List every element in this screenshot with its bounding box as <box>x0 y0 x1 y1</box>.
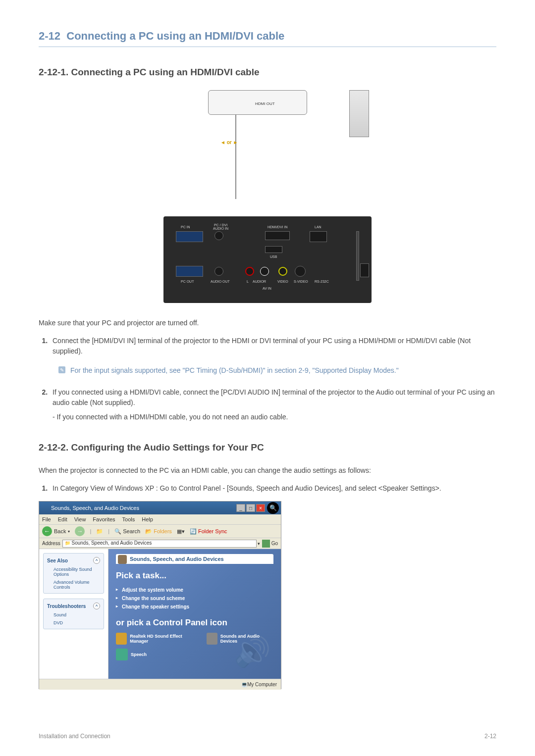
collapse-see-also[interactable]: ^ <box>93 557 100 564</box>
folders-button[interactable]: 📂 Folders <box>145 528 172 535</box>
address-input[interactable]: 📁 Sounds, Speech, and Audio Devices <box>62 540 257 548</box>
sidebar-advanced-volume[interactable]: Advanced Volume Controls <box>46 578 102 591</box>
subsection-2-header: 2-12-2. Configuring the Audio Settings f… <box>39 442 496 453</box>
task-change-speaker[interactable]: Change the speaker settings <box>116 603 273 611</box>
up-icon[interactable]: 📁 <box>96 528 103 535</box>
task-change-scheme[interactable]: Change the sound scheme <box>116 594 273 603</box>
maximize-button[interactable]: □ <box>246 504 255 512</box>
realtek-icon-img <box>116 633 127 645</box>
pc-dvi-audio-in-port <box>214 231 223 240</box>
content-area: See Also ^ Accessibility Sound Options A… <box>39 549 281 679</box>
subsection-2-number: 2-12-2. <box>39 442 68 453</box>
views-button[interactable]: ▦▾ <box>177 528 185 535</box>
note-icon: ✎ <box>58 366 65 373</box>
step-2-text: If you connected using a HDMI/DVI cable,… <box>53 388 495 406</box>
collapse-troubleshooters[interactable]: ^ <box>93 603 100 609</box>
see-also-header: See Also ^ <box>46 555 102 565</box>
subsection-1-header: 2-12-1. Connecting a PC using an HDMI/DV… <box>39 67 496 78</box>
usb-label: USB <box>270 255 277 258</box>
minimize-button[interactable]: _ <box>236 504 245 512</box>
window-controls: _ □ × <box>236 504 265 512</box>
speaker-icon <box>118 555 127 564</box>
speech-icon[interactable]: Speech <box>116 649 147 660</box>
window-titlebar: Sounds, Speech, and Audio Devices _ □ × … <box>39 502 281 514</box>
footer-right: 2-12 <box>484 733 496 740</box>
back-button[interactable]: ← Back ▾ <box>42 526 70 536</box>
audio-r-port <box>260 267 269 276</box>
or-label: ◄ or ► <box>220 140 238 145</box>
realtek-icon[interactable]: Realtek HD Sound Effect Manager <box>116 633 197 645</box>
usb-port <box>265 246 282 253</box>
statusbar: 💻 My Computer <box>39 679 281 690</box>
main-panel: Sounds, Speech, and Audio Devices Pick a… <box>108 549 281 679</box>
forward-button[interactable]: → <box>75 526 85 536</box>
video-label: VIDEO <box>277 280 288 283</box>
sidebar-troubleshooters: Troubleshooters ^ Sound DVD <box>43 599 104 629</box>
go-label: Go <box>271 541 278 546</box>
troubleshooters-header: Troubleshooters ^ <box>46 601 102 611</box>
sidebar-sound[interactable]: Sound <box>46 611 102 619</box>
subsection-1-title: Connecting a PC using an HDMI/DVI cable <box>71 67 259 77</box>
menu-edit[interactable]: Edit <box>58 516 67 522</box>
folder-sync-button[interactable]: 🔄 Folder Sync <box>190 528 227 535</box>
address-label: Address <box>42 541 60 546</box>
hdmi-dvi-in-label: HDMI/DVI IN <box>268 225 287 229</box>
hdmi-dvi-in-port <box>265 231 290 240</box>
step-2-sub: - If you connected with a HDMI/HDMI cabl… <box>53 412 496 422</box>
search-circle-icon[interactable]: 🔍 <box>267 502 279 514</box>
pick-task-title: Pick a task... <box>116 571 273 581</box>
step-1-text: Connect the [HDMI/DVI IN] terminal of th… <box>53 337 471 355</box>
sidebar-see-also: See Also ^ Accessibility Sound Options A… <box>43 553 104 594</box>
sidebar: See Also ^ Accessibility Sound Options A… <box>39 549 108 679</box>
lan-port <box>310 231 327 242</box>
sidebar-dvd[interactable]: DVD <box>46 619 102 627</box>
step-1: Connect the [HDMI/DVI IN] terminal of th… <box>50 336 496 380</box>
menu-help[interactable]: Help <box>142 516 153 522</box>
connection-diagram: HDMI OUT ◄ or ► PC IN PC / DVI AUDIO IN … <box>39 90 496 303</box>
pc-in-port <box>176 231 203 242</box>
search-button[interactable]: 🔍 Search <box>114 528 140 535</box>
subsection-2-title: Configuring the Audio Settings for Your … <box>71 442 264 453</box>
cable-line-graphic <box>235 115 236 199</box>
statusbar-text: My Computer <box>247 682 277 687</box>
realtek-label: Realtek HD Sound Effect Manager <box>130 634 196 644</box>
video-port <box>278 267 287 276</box>
s-video-label: S-VIDEO <box>294 280 308 283</box>
go-button[interactable] <box>262 540 270 548</box>
section2-intro: When the projector is connected to the P… <box>39 465 496 476</box>
menu-tools[interactable]: Tools <box>122 516 135 522</box>
menubar: File Edit View Favorites Tools Help <box>39 514 281 524</box>
audio-l-label: L <box>247 280 249 283</box>
hdmi-out-label: HDMI OUT <box>255 101 275 106</box>
audio-r-label: R <box>264 280 266 283</box>
watermark-icon: 🔊 <box>234 634 271 669</box>
panel-header: Sounds, Speech, and Audio Devices <box>116 554 273 564</box>
speech-label: Speech <box>131 652 147 657</box>
av-in-label: AV IN <box>263 287 271 290</box>
screenshot-container: Sounds, Speech, and Audio Devices _ □ × … <box>39 501 496 689</box>
window-title: Sounds, Speech, and Audio Devices <box>41 505 139 511</box>
power-port <box>360 263 369 277</box>
audio-l-port <box>245 267 254 276</box>
pc-dvi-audio-in-label: PC / DVI AUDIO IN <box>213 223 228 230</box>
note-box: ✎ For the input signals supported, see "… <box>53 361 496 380</box>
subsection-1-number: 2-12-1. <box>39 67 68 77</box>
address-dropdown[interactable]: ▾ <box>258 541 260 546</box>
panel-header-text: Sounds, Speech, and Audio Devices <box>130 556 224 562</box>
menu-file[interactable]: File <box>42 516 51 522</box>
toolbar: ← Back ▾ → | 📁 | 🔍 Search 📂 Folders ▦▾ 🔄… <box>39 524 281 538</box>
projector-rear-panel: PC IN PC / DVI AUDIO IN HDMI/DVI IN LAN … <box>163 216 372 303</box>
steps-list-1: Connect the [HDMI/DVI IN] terminal of th… <box>50 336 496 422</box>
menu-favorites[interactable]: Favorites <box>93 516 115 522</box>
sidebar-accessibility[interactable]: Accessibility Sound Options <box>46 565 102 578</box>
task-adjust-volume[interactable]: Adjust the system volume <box>116 586 273 594</box>
lan-label: LAN <box>315 225 321 229</box>
menu-view[interactable]: View <box>74 516 86 522</box>
rs232c-label: RS-232C <box>315 280 329 283</box>
audio-out-label: AUDIO OUT <box>211 280 230 283</box>
statusbar-icon: 💻 <box>241 682 247 687</box>
pc-out-label: PC OUT <box>181 280 194 283</box>
close-button[interactable]: × <box>256 504 265 512</box>
section-header: 2-12 Connecting a PC using an HDMI/DVI c… <box>39 30 496 47</box>
page-footer: Installation and Connection 2-12 <box>39 729 496 740</box>
